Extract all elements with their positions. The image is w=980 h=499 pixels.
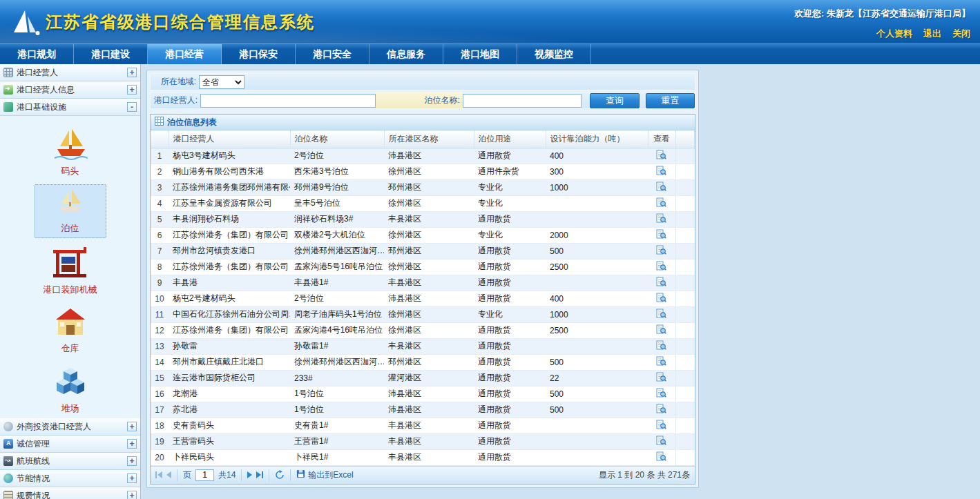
- table-row[interactable]: 2 铜山港务有限公司西朱港 西朱港3号泊位 徐州港区 通用件杂货 300: [151, 164, 695, 179]
- expander-button[interactable]: +: [127, 456, 137, 466]
- cell-filler: [675, 164, 695, 179]
- sidebar-group[interactable]: 航班航线 +: [0, 453, 140, 470]
- facility-item-berth[interactable]: 泊位: [35, 184, 106, 238]
- export-excel-button[interactable]: 输出到Excel: [296, 469, 353, 481]
- operator-input[interactable]: [200, 94, 376, 108]
- sidebar-group[interactable]: 规费情况 +: [0, 487, 140, 499]
- view-magnifier-icon[interactable]: [656, 372, 666, 382]
- table-row[interactable]: 10 杨屯2号建材码头 2号泊位 沛县港区 通用散货 400: [151, 291, 695, 306]
- view-magnifier-icon[interactable]: [656, 324, 666, 335]
- first-page-icon[interactable]: [155, 471, 162, 478]
- sidebar-group[interactable]: 港口经营人信息 +: [0, 81, 140, 99]
- table-row[interactable]: 17 苏北港 1号泊位 沛县港区 通用散货 500: [151, 402, 695, 418]
- facility-label: 码头: [61, 165, 79, 177]
- table-row[interactable]: 8 江苏徐州港务（集团）有限公司 孟家沟港5号16吨吊泊位 徐州港区 通用散货 …: [151, 259, 695, 275]
- col-header-berth-name[interactable]: 泊位名称: [290, 130, 384, 148]
- main-content: 所在地域: 全省 港口经营人: 泊位名称: 查询 重置: [141, 64, 980, 499]
- next-page-icon[interactable]: [247, 471, 252, 478]
- sidebar-group[interactable]: 诚信管理 +: [0, 436, 140, 453]
- cell-capacity: 500: [546, 243, 648, 259]
- col-header-port-area[interactable]: 所在港区名称: [384, 130, 474, 148]
- table-row[interactable]: 19 王营雷码头 王营雷1# 丰县港区 通用散货: [151, 433, 695, 449]
- table-row[interactable]: 6 江苏徐州港务（集团）有限公司 双楼港2号大机泊位 徐州港区 专业化 2000: [151, 227, 695, 243]
- expander-button[interactable]: +: [127, 85, 137, 95]
- sidebar-group-icon: [3, 491, 13, 499]
- view-magnifier-icon[interactable]: [656, 420, 666, 430]
- view-magnifier-icon[interactable]: [656, 451, 666, 462]
- header-link[interactable]: 关闭: [952, 28, 970, 40]
- view-magnifier-icon[interactable]: [656, 436, 666, 446]
- header-link[interactable]: 个人资料: [876, 28, 912, 40]
- table-row[interactable]: 14 邳州市戴庄镇戴庄北港口 徐州港邳州港区西泇河… 邳州港区 通用散货 500: [151, 354, 695, 370]
- expander-button[interactable]: +: [127, 422, 137, 431]
- view-magnifier-icon[interactable]: [656, 388, 666, 398]
- sidebar-group[interactable]: 节能情况 +: [0, 470, 140, 487]
- facility-item-warehouse[interactable]: 仓库: [35, 303, 106, 358]
- reset-button[interactable]: 重置: [646, 93, 695, 108]
- expander-button[interactable]: +: [127, 68, 137, 77]
- table-row[interactable]: 7 邳州市岔河镇贵发港口 徐州港邳州港区西泇河… 邳州港区 通用散货 500: [151, 243, 695, 259]
- table-row[interactable]: 11 中国石化江苏徐州石油分公司周… 周老子油库码头1号泊位 徐州港区 专业化 …: [151, 306, 695, 322]
- facility-item-wharf[interactable]: 码头: [35, 124, 106, 181]
- table-row[interactable]: 20 卜祥民码头 卜祥民1# 丰县港区 通用散货: [151, 449, 695, 465]
- view-magnifier-icon[interactable]: [656, 404, 666, 414]
- table-row[interactable]: 16 龙潮港 1号泊位 沛县港区 通用散货 500: [151, 386, 695, 402]
- view-magnifier-icon[interactable]: [656, 245, 666, 255]
- nav-tab[interactable]: 港口规划: [0, 44, 74, 64]
- cell-berth-name: 2号泊位: [290, 291, 384, 306]
- facility-item-yard[interactable]: 堆场: [35, 362, 106, 418]
- berth-name-input[interactable]: [463, 94, 582, 108]
- table-row[interactable]: 1 杨屯3号建材码头 2号泊位 沛县港区 通用散货 400: [151, 148, 695, 164]
- nav-tab[interactable]: 港口建设: [74, 44, 148, 64]
- expander-button[interactable]: +: [127, 439, 137, 449]
- view-magnifier-icon[interactable]: [656, 277, 666, 287]
- view-magnifier-icon[interactable]: [656, 213, 666, 224]
- facility-item-crane[interactable]: 港口装卸机械: [35, 242, 106, 300]
- view-magnifier-icon[interactable]: [656, 356, 666, 366]
- sidebar-group[interactable]: 港口基础设施 -: [0, 99, 140, 116]
- nav-tab[interactable]: 港口安全: [296, 44, 369, 64]
- query-button[interactable]: 查询: [590, 93, 639, 108]
- refresh-icon[interactable]: [275, 470, 285, 480]
- sidebar-group[interactable]: 港口经营人 +: [0, 64, 140, 81]
- last-page-icon[interactable]: [256, 471, 263, 478]
- view-magnifier-icon[interactable]: [656, 182, 666, 192]
- nav-tab[interactable]: 港口经营: [148, 44, 222, 64]
- expander-button[interactable]: +: [127, 473, 137, 483]
- table-row[interactable]: 4 江苏呈丰金属资源有限公司 呈丰5号泊位 徐州港区 专业化: [151, 195, 695, 211]
- expander-button[interactable]: -: [127, 102, 137, 112]
- row-number: 9: [151, 275, 169, 291]
- table-row[interactable]: 15 连云港市国际货柜公司 233# 灌河港区 通用散货 22: [151, 370, 695, 386]
- nav-tab[interactable]: 港口地图: [443, 44, 517, 64]
- view-magnifier-icon[interactable]: [656, 229, 666, 239]
- table-row[interactable]: 9 丰县港 丰县港1# 丰县港区 通用散货: [151, 275, 695, 291]
- view-magnifier-icon[interactable]: [656, 309, 666, 319]
- table-row[interactable]: 5 丰县润翔砂石料场 润祥砂石料场3# 丰县港区 通用散货: [151, 211, 695, 227]
- cell-capacity: 1000: [546, 306, 648, 322]
- cell-usage: 通用散货: [474, 275, 546, 291]
- view-magnifier-icon[interactable]: [656, 150, 666, 160]
- sidebar-group-icon: [3, 473, 13, 483]
- view-magnifier-icon[interactable]: [656, 340, 666, 351]
- prev-page-icon[interactable]: [166, 471, 171, 478]
- view-magnifier-icon[interactable]: [656, 166, 666, 176]
- col-header-operator[interactable]: 港口经营人: [169, 130, 290, 148]
- col-header-capacity[interactable]: 设计靠泊能力（吨）: [546, 130, 648, 148]
- region-select[interactable]: 全省: [199, 75, 244, 89]
- view-magnifier-icon[interactable]: [656, 197, 666, 208]
- header-link[interactable]: 退出: [923, 28, 941, 40]
- table-row[interactable]: 18 史有贵码头 史有贵1# 丰县港区 通用散货: [151, 418, 695, 433]
- sidebar-group[interactable]: 外商投资港口经营人 +: [0, 418, 140, 436]
- expander-button[interactable]: +: [127, 491, 137, 499]
- nav-tab[interactable]: 港口保安: [222, 44, 296, 64]
- col-header-usage[interactable]: 泊位用途: [474, 130, 546, 148]
- table-row[interactable]: 12 江苏徐州港务（集团）有限公司 孟家沟港4号16吨吊泊位 徐州港区 通用散货…: [151, 322, 695, 338]
- view-magnifier-icon[interactable]: [656, 261, 666, 271]
- page-number-input[interactable]: [195, 469, 214, 481]
- table-row[interactable]: 3 江苏徐州港港务集团邳州港有限公司 邳州港9号泊位 邳州港区 专业化 1000: [151, 179, 695, 195]
- row-number: 6: [151, 227, 169, 243]
- table-row[interactable]: 13 孙敬雷 孙敬雷1# 丰县港区 通用散货: [151, 338, 695, 354]
- nav-tab[interactable]: 信息服务: [369, 44, 443, 64]
- view-magnifier-icon[interactable]: [656, 293, 666, 303]
- nav-tab[interactable]: 视频监控: [517, 44, 591, 64]
